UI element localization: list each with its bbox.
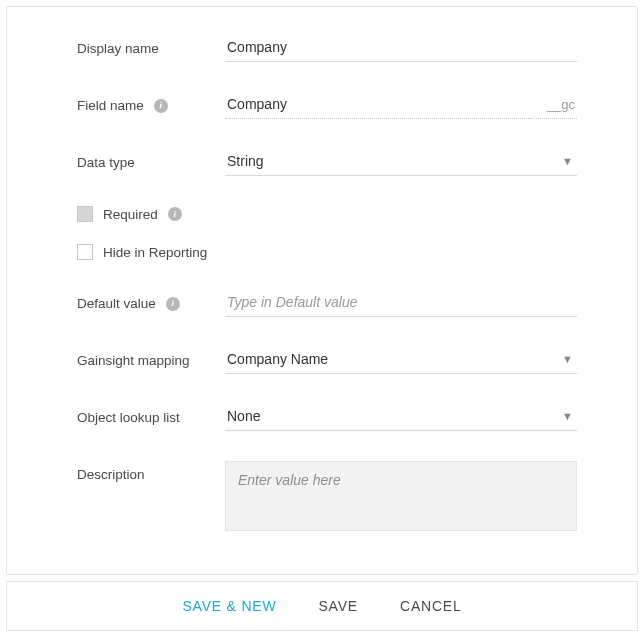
info-icon[interactable]: i bbox=[166, 297, 180, 311]
row-field-name: Field name i __gc bbox=[77, 92, 577, 119]
label-display-name: Display name bbox=[77, 41, 225, 56]
field-data-type: String ▼ bbox=[225, 149, 577, 176]
data-type-value: String bbox=[227, 153, 575, 169]
form-panel: Display name Field name i __gc Data type… bbox=[6, 6, 638, 575]
row-data-type: Data type String ▼ bbox=[77, 149, 577, 176]
display-name-input[interactable] bbox=[225, 35, 577, 62]
row-gainsight-mapping: Gainsight mapping Company Name ▼ bbox=[77, 347, 577, 374]
label-gainsight-mapping: Gainsight mapping bbox=[77, 353, 225, 368]
info-icon[interactable]: i bbox=[168, 207, 182, 221]
save-button[interactable]: SAVE bbox=[314, 596, 362, 616]
footer-bar: SAVE & NEW SAVE CANCEL bbox=[6, 581, 638, 631]
field-object-lookup: None ▼ bbox=[225, 404, 577, 431]
row-hide-reporting: Hide in Reporting bbox=[77, 244, 577, 260]
row-object-lookup: Object lookup list None ▼ bbox=[77, 404, 577, 431]
field-gainsight-mapping: Company Name ▼ bbox=[225, 347, 577, 374]
label-data-type: Data type bbox=[77, 155, 225, 170]
hide-reporting-checkbox[interactable]: Hide in Reporting bbox=[77, 244, 207, 260]
data-type-select[interactable]: String ▼ bbox=[225, 149, 577, 176]
field-field-name: __gc bbox=[225, 92, 577, 119]
row-description: Description bbox=[77, 461, 577, 534]
field-name-input[interactable] bbox=[225, 92, 529, 119]
object-lookup-select[interactable]: None ▼ bbox=[225, 404, 577, 431]
cancel-button[interactable]: CANCEL bbox=[396, 596, 466, 616]
label-field-name-text: Field name bbox=[77, 98, 144, 113]
row-required: Required i bbox=[77, 206, 577, 222]
hide-reporting-checkbox-box bbox=[77, 244, 93, 260]
label-default-value: Default value i bbox=[77, 296, 225, 311]
row-default-value: Default value i bbox=[77, 290, 577, 317]
field-default-value bbox=[225, 290, 577, 317]
row-display-name: Display name bbox=[77, 35, 577, 62]
required-checkbox-box bbox=[77, 206, 93, 222]
field-display-name bbox=[225, 35, 577, 62]
description-textarea[interactable] bbox=[225, 461, 577, 531]
label-description: Description bbox=[77, 461, 225, 482]
required-checkbox[interactable]: Required i bbox=[77, 206, 182, 222]
field-description bbox=[225, 461, 577, 534]
label-object-lookup: Object lookup list bbox=[77, 410, 225, 425]
gainsight-mapping-select[interactable]: Company Name ▼ bbox=[225, 347, 577, 374]
label-object-lookup-text: Object lookup list bbox=[77, 410, 180, 425]
required-checkbox-label: Required bbox=[103, 207, 158, 222]
label-default-value-text: Default value bbox=[77, 296, 156, 311]
object-lookup-value: None bbox=[227, 408, 575, 424]
info-icon[interactable]: i bbox=[154, 99, 168, 113]
label-display-name-text: Display name bbox=[77, 41, 159, 56]
label-description-text: Description bbox=[77, 467, 145, 482]
label-field-name: Field name i bbox=[77, 98, 225, 113]
label-data-type-text: Data type bbox=[77, 155, 135, 170]
label-gainsight-mapping-text: Gainsight mapping bbox=[77, 353, 190, 368]
default-value-input[interactable] bbox=[225, 290, 577, 317]
field-name-wrap: __gc bbox=[225, 92, 577, 119]
save-new-button[interactable]: SAVE & NEW bbox=[178, 596, 280, 616]
gainsight-mapping-value: Company Name bbox=[227, 351, 575, 367]
hide-reporting-checkbox-label: Hide in Reporting bbox=[103, 245, 207, 260]
field-name-suffix: __gc bbox=[529, 93, 577, 119]
